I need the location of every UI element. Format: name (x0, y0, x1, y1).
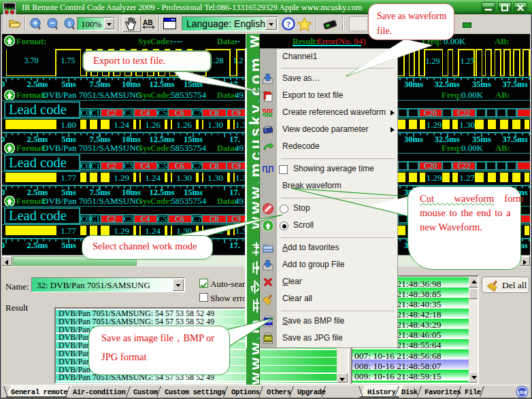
svg-text:USB: USB (518, 390, 527, 395)
